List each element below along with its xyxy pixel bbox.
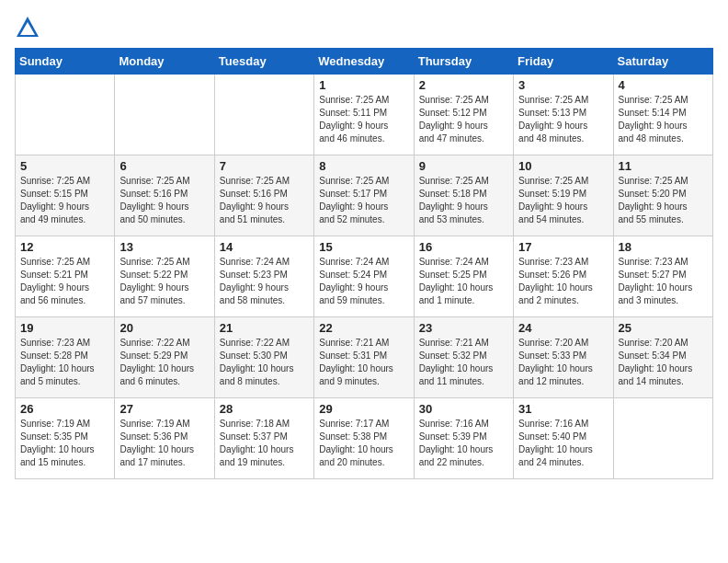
calendar-week-row: 1Sunrise: 7:25 AM Sunset: 5:11 PM Daylig… (16, 75, 713, 155)
calendar-day-cell (214, 75, 313, 155)
day-info: Sunrise: 7:19 AM Sunset: 5:35 PM Dayligh… (20, 418, 109, 469)
day-info: Sunrise: 7:16 AM Sunset: 5:39 PM Dayligh… (419, 418, 508, 469)
day-number: 28 (220, 402, 309, 416)
logo (15, 15, 44, 40)
calendar-week-row: 12Sunrise: 7:25 AM Sunset: 5:21 PM Dayli… (16, 236, 713, 317)
day-number: 3 (518, 78, 608, 92)
day-info: Sunrise: 7:25 AM Sunset: 5:16 PM Dayligh… (119, 175, 209, 226)
day-number: 15 (319, 240, 408, 254)
day-info: Sunrise: 7:24 AM Sunset: 5:24 PM Dayligh… (319, 256, 408, 307)
weekday-header: Tuesday (214, 49, 313, 75)
calendar-day-cell: 30Sunrise: 7:16 AM Sunset: 5:39 PM Dayli… (414, 398, 513, 479)
calendar-day-cell: 21Sunrise: 7:22 AM Sunset: 5:30 PM Dayli… (214, 317, 313, 398)
calendar-day-cell: 31Sunrise: 7:16 AM Sunset: 5:40 PM Dayli… (514, 398, 613, 479)
day-info: Sunrise: 7:25 AM Sunset: 5:18 PM Dayligh… (419, 175, 508, 226)
calendar-day-cell: 3Sunrise: 7:25 AM Sunset: 5:13 PM Daylig… (514, 75, 613, 155)
logo-icon (15, 15, 40, 40)
calendar-body: 1Sunrise: 7:25 AM Sunset: 5:11 PM Daylig… (16, 75, 713, 479)
calendar-day-cell (613, 398, 712, 479)
day-info: Sunrise: 7:25 AM Sunset: 5:19 PM Dayligh… (518, 175, 608, 226)
day-number: 31 (518, 402, 608, 416)
day-info: Sunrise: 7:25 AM Sunset: 5:17 PM Dayligh… (319, 175, 408, 226)
weekday-header: Friday (514, 49, 613, 75)
day-info: Sunrise: 7:16 AM Sunset: 5:40 PM Dayligh… (518, 418, 608, 469)
day-info: Sunrise: 7:25 AM Sunset: 5:22 PM Dayligh… (119, 256, 209, 307)
day-number: 5 (20, 159, 109, 173)
calendar-day-cell: 11Sunrise: 7:25 AM Sunset: 5:20 PM Dayli… (613, 155, 712, 236)
day-number: 23 (419, 321, 508, 335)
day-number: 27 (119, 402, 209, 416)
calendar-day-cell: 25Sunrise: 7:20 AM Sunset: 5:34 PM Dayli… (613, 317, 712, 398)
day-info: Sunrise: 7:23 AM Sunset: 5:28 PM Dayligh… (20, 337, 109, 388)
calendar-day-cell: 8Sunrise: 7:25 AM Sunset: 5:17 PM Daylig… (314, 155, 414, 236)
calendar-day-cell: 27Sunrise: 7:19 AM Sunset: 5:36 PM Dayli… (115, 398, 214, 479)
weekday-header: Monday (115, 49, 214, 75)
day-number: 6 (119, 159, 209, 173)
day-info: Sunrise: 7:25 AM Sunset: 5:14 PM Dayligh… (619, 94, 708, 145)
day-number: 24 (518, 321, 608, 335)
day-number: 11 (619, 159, 708, 173)
day-number: 25 (619, 321, 708, 335)
calendar-day-cell: 19Sunrise: 7:23 AM Sunset: 5:28 PM Dayli… (16, 317, 115, 398)
day-info: Sunrise: 7:21 AM Sunset: 5:31 PM Dayligh… (319, 337, 408, 388)
day-info: Sunrise: 7:23 AM Sunset: 5:26 PM Dayligh… (518, 256, 608, 307)
weekday-header: Wednesday (314, 49, 414, 75)
calendar-day-cell: 6Sunrise: 7:25 AM Sunset: 5:16 PM Daylig… (115, 155, 214, 236)
calendar-day-cell (16, 75, 115, 155)
day-number: 16 (419, 240, 508, 254)
page-header (15, 15, 713, 40)
day-number: 4 (619, 78, 708, 92)
day-info: Sunrise: 7:20 AM Sunset: 5:33 PM Dayligh… (518, 337, 608, 388)
day-info: Sunrise: 7:17 AM Sunset: 5:38 PM Dayligh… (319, 418, 408, 469)
day-info: Sunrise: 7:25 AM Sunset: 5:15 PM Dayligh… (20, 175, 109, 226)
calendar-day-cell: 10Sunrise: 7:25 AM Sunset: 5:19 PM Dayli… (514, 155, 613, 236)
calendar-day-cell: 14Sunrise: 7:24 AM Sunset: 5:23 PM Dayli… (214, 236, 313, 317)
weekday-header: Thursday (414, 49, 513, 75)
calendar-week-row: 26Sunrise: 7:19 AM Sunset: 5:35 PM Dayli… (16, 398, 713, 479)
weekday-header: Sunday (16, 49, 115, 75)
day-number: 17 (518, 240, 608, 254)
day-number: 21 (220, 321, 309, 335)
calendar-day-cell: 26Sunrise: 7:19 AM Sunset: 5:35 PM Dayli… (16, 398, 115, 479)
calendar-day-cell: 22Sunrise: 7:21 AM Sunset: 5:31 PM Dayli… (314, 317, 414, 398)
day-number: 14 (220, 240, 309, 254)
day-info: Sunrise: 7:25 AM Sunset: 5:12 PM Dayligh… (419, 94, 508, 145)
calendar-day-cell: 2Sunrise: 7:25 AM Sunset: 5:12 PM Daylig… (414, 75, 513, 155)
day-info: Sunrise: 7:25 AM Sunset: 5:21 PM Dayligh… (20, 256, 109, 307)
day-number: 13 (119, 240, 209, 254)
day-number: 29 (319, 402, 408, 416)
day-info: Sunrise: 7:25 AM Sunset: 5:20 PM Dayligh… (619, 175, 708, 226)
day-info: Sunrise: 7:20 AM Sunset: 5:34 PM Dayligh… (619, 337, 708, 388)
calendar-table: SundayMondayTuesdayWednesdayThursdayFrid… (15, 48, 713, 479)
day-number: 18 (619, 240, 708, 254)
calendar-day-cell: 29Sunrise: 7:17 AM Sunset: 5:38 PM Dayli… (314, 398, 414, 479)
day-number: 7 (220, 159, 309, 173)
day-number: 1 (319, 78, 408, 92)
day-info: Sunrise: 7:19 AM Sunset: 5:36 PM Dayligh… (119, 418, 209, 469)
calendar-day-cell: 12Sunrise: 7:25 AM Sunset: 5:21 PM Dayli… (16, 236, 115, 317)
calendar-day-cell: 5Sunrise: 7:25 AM Sunset: 5:15 PM Daylig… (16, 155, 115, 236)
calendar-day-cell: 4Sunrise: 7:25 AM Sunset: 5:14 PM Daylig… (613, 75, 712, 155)
day-info: Sunrise: 7:18 AM Sunset: 5:37 PM Dayligh… (220, 418, 309, 469)
day-info: Sunrise: 7:23 AM Sunset: 5:27 PM Dayligh… (619, 256, 708, 307)
calendar-day-cell: 18Sunrise: 7:23 AM Sunset: 5:27 PM Dayli… (613, 236, 712, 317)
calendar-day-cell: 28Sunrise: 7:18 AM Sunset: 5:37 PM Dayli… (214, 398, 313, 479)
day-number: 9 (419, 159, 508, 173)
calendar-day-cell: 13Sunrise: 7:25 AM Sunset: 5:22 PM Dayli… (115, 236, 214, 317)
day-info: Sunrise: 7:22 AM Sunset: 5:30 PM Dayligh… (220, 337, 309, 388)
calendar-week-row: 19Sunrise: 7:23 AM Sunset: 5:28 PM Dayli… (16, 317, 713, 398)
calendar-week-row: 5Sunrise: 7:25 AM Sunset: 5:15 PM Daylig… (16, 155, 713, 236)
calendar-day-cell: 15Sunrise: 7:24 AM Sunset: 5:24 PM Dayli… (314, 236, 414, 317)
day-number: 20 (119, 321, 209, 335)
day-number: 22 (319, 321, 408, 335)
day-number: 26 (20, 402, 109, 416)
day-number: 10 (518, 159, 608, 173)
day-number: 30 (419, 402, 508, 416)
calendar-day-cell (115, 75, 214, 155)
calendar-day-cell: 20Sunrise: 7:22 AM Sunset: 5:29 PM Dayli… (115, 317, 214, 398)
day-number: 8 (319, 159, 408, 173)
day-info: Sunrise: 7:25 AM Sunset: 5:11 PM Dayligh… (319, 94, 408, 145)
calendar-day-cell: 24Sunrise: 7:20 AM Sunset: 5:33 PM Dayli… (514, 317, 613, 398)
weekday-header: Saturday (613, 49, 712, 75)
calendar-day-cell: 17Sunrise: 7:23 AM Sunset: 5:26 PM Dayli… (514, 236, 613, 317)
